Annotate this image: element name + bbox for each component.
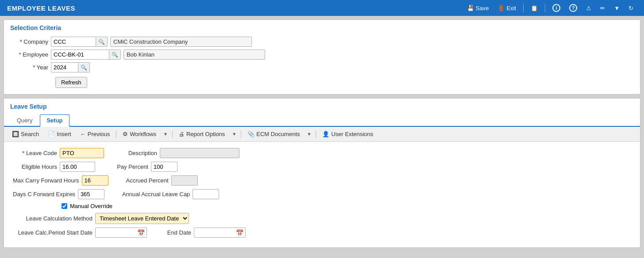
- ecm-icon: 📎: [247, 131, 255, 137]
- edit-button[interactable]: ✏: [597, 3, 609, 13]
- toolbar-sep-1: [116, 130, 116, 138]
- pay-percent-label: Pay Percent: [113, 163, 148, 170]
- start-date-cal-button[interactable]: 📅: [135, 228, 147, 237]
- max-carry-forward-label: Max Carry Forward Hours: [13, 177, 79, 184]
- accrued-percent-input[interactable]: [171, 175, 198, 186]
- tabs-bar: Query Setup: [4, 114, 640, 127]
- exit-icon: 🚪: [497, 5, 505, 11]
- previous-icon: ←: [80, 131, 86, 137]
- info-button[interactable]: i: [549, 2, 564, 14]
- help-button[interactable]: ?: [566, 2, 581, 14]
- exit-button[interactable]: 🚪 Exit: [494, 3, 520, 13]
- accrued-percent-row: Accrued Percent: [126, 175, 198, 186]
- eligible-hours-label: Eligible Hours: [13, 163, 57, 170]
- year-row: Year 2024 🔍: [13, 62, 631, 72]
- selection-criteria-body: Company CCC 🔍 CMiC Construction Company …: [4, 35, 640, 94]
- save-icon: 💾: [467, 5, 474, 11]
- employee-input-wrap: CCC-BK-01 🔍: [51, 49, 121, 60]
- pay-percent-input[interactable]: [151, 162, 177, 172]
- workflows-dropdown[interactable]: ▼: [162, 130, 170, 138]
- employee-label: Employee: [13, 51, 48, 58]
- setup-toolbar: 🔲 Search 📄 Insert ← Previous ⚙ Workflows…: [4, 127, 640, 142]
- end-date-input[interactable]: [194, 228, 234, 237]
- report-options-button[interactable]: 🖨 Report Options: [175, 129, 228, 139]
- end-date-row: End Date 📅: [165, 228, 246, 238]
- info-icon: i: [552, 4, 560, 12]
- leave-setup-title: Leave Setup: [4, 99, 640, 114]
- eligible-hours-row: Eligible Hours: [13, 162, 95, 172]
- tab-setup[interactable]: Setup: [40, 114, 69, 127]
- title-bar-actions: 💾 Save 🚪 Exit 📋 i ? ⚠ ✏ ▼ ↻: [463, 2, 637, 14]
- dropdown-button[interactable]: ▼: [610, 3, 623, 13]
- leave-code-row: Leave Code: [13, 148, 104, 158]
- help-icon: ?: [569, 4, 577, 12]
- ecm-documents-button[interactable]: 📎 ECM Documents: [244, 129, 303, 139]
- employee-search-button[interactable]: 🔍: [109, 50, 120, 59]
- toolbar-separator-2: [545, 4, 545, 12]
- year-input[interactable]: 2024: [51, 63, 78, 72]
- insert-button[interactable]: 📄 Insert: [44, 129, 75, 139]
- workflows-button[interactable]: ⚙ Workflows: [119, 129, 160, 139]
- description-row: Description: [122, 148, 239, 158]
- company-input-wrap: CCC 🔍: [51, 37, 108, 47]
- leave-calc-method-select[interactable]: Timesheet Leave Entered Date: [95, 213, 189, 224]
- year-search-button[interactable]: 🔍: [78, 63, 89, 72]
- leave-code-input[interactable]: [60, 148, 104, 158]
- report-icon: 🖨: [179, 131, 185, 137]
- manual-override-checkbox[interactable]: [62, 203, 67, 209]
- tab-query[interactable]: Query: [10, 114, 39, 126]
- form-area: Leave Code Description Eligible Hours Pa…: [4, 142, 640, 247]
- leave-calc-method-label: Leave Calculation Method: [13, 215, 93, 222]
- annual-accrual-input[interactable]: [193, 189, 219, 199]
- leave-setup-panel: Leave Setup Query Setup 🔲 Search 📄 Inser…: [4, 98, 640, 248]
- start-date-wrap: 📅: [95, 228, 147, 238]
- description-label: Description: [122, 150, 157, 156]
- save-button[interactable]: 💾 Save: [463, 3, 493, 13]
- search-toolbar-button[interactable]: 🔲 Search: [8, 129, 42, 139]
- selection-criteria-title: Selection Criteria: [4, 20, 640, 35]
- refresh-icon: ↻: [629, 5, 633, 11]
- user-extensions-icon: 👤: [322, 131, 329, 137]
- pay-percent-row: Pay Percent: [113, 162, 177, 172]
- company-input[interactable]: CCC: [51, 37, 96, 46]
- leave-calc-period-label: Leave Calc.Period Start Date: [13, 229, 93, 236]
- leave-code-label: Leave Code: [13, 150, 57, 156]
- days-forward-row: Days C Forward Expires: [13, 189, 104, 199]
- description-input[interactable]: [160, 148, 239, 158]
- app-title: EMPLOYEE LEAVES: [7, 4, 75, 12]
- end-date-cal-button[interactable]: 📅: [234, 228, 245, 237]
- user-extensions-button[interactable]: 👤 User Extensions: [319, 129, 377, 139]
- report-dropdown[interactable]: ▼: [230, 130, 238, 138]
- leave-calc-method-row: Leave Calculation Method Timesheet Leave…: [13, 213, 631, 224]
- employee-input[interactable]: CCC-BK-01: [51, 50, 109, 59]
- employee-row: Employee CCC-BK-01 🔍 Bob Kinlan: [13, 49, 631, 60]
- search-toolbar-icon: 🔲: [12, 131, 19, 137]
- max-carry-forward-row: Max Carry Forward Hours: [13, 175, 108, 186]
- workflows-icon: ⚙: [123, 131, 128, 137]
- page-content: Selection Criteria Company CCC 🔍 CMiC Co…: [0, 16, 644, 251]
- refresh-title-button[interactable]: ↻: [625, 3, 637, 13]
- pencil-icon: ✏: [600, 5, 605, 11]
- annual-accrual-row: Annual Accrual Leave Cap: [122, 189, 219, 199]
- insert-icon: 📄: [48, 131, 55, 137]
- year-label: Year: [13, 64, 48, 71]
- company-label: Company: [13, 38, 48, 45]
- alert-button[interactable]: ⚠: [582, 3, 595, 13]
- toolbar-sep-4: [316, 130, 316, 138]
- eligible-hours-input[interactable]: [60, 162, 95, 172]
- max-carry-forward-input[interactable]: [82, 175, 108, 186]
- selection-criteria-panel: Selection Criteria Company CCC 🔍 CMiC Co…: [4, 19, 640, 95]
- days-forward-input[interactable]: [78, 189, 104, 199]
- title-bar: EMPLOYEE LEAVES 💾 Save 🚪 Exit 📋 i ? ⚠ ✏ …: [0, 0, 644, 16]
- alert-icon: ⚠: [586, 5, 591, 11]
- refresh-button[interactable]: Refresh: [55, 77, 87, 88]
- end-date-wrap: 📅: [194, 228, 246, 238]
- copy-button[interactable]: 📋: [527, 3, 541, 13]
- leave-calc-period-row: Leave Calc.Period Start Date 📅: [13, 228, 147, 238]
- ecm-dropdown[interactable]: ▼: [305, 130, 313, 138]
- previous-button[interactable]: ← Previous: [77, 129, 114, 139]
- copy-icon: 📋: [531, 5, 538, 11]
- company-search-button[interactable]: 🔍: [96, 38, 107, 46]
- accrued-percent-label: Accrued Percent: [126, 177, 169, 184]
- start-date-input[interactable]: [96, 228, 135, 237]
